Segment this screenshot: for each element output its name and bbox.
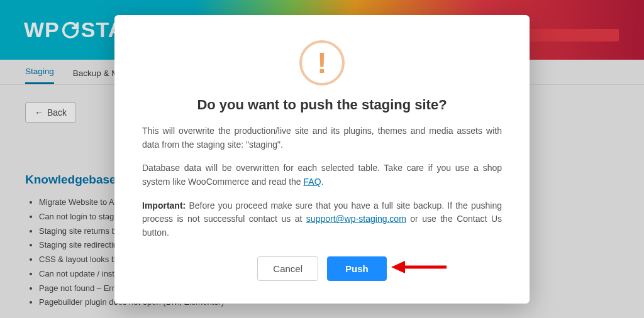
modal-paragraph: This will overwrite the production/live … <box>142 124 502 151</box>
modal-text: . <box>321 177 324 187</box>
modal-paragraph: Important: Before you proceed make sure … <box>142 199 502 240</box>
modal-actions: Cancel Push <box>142 256 502 281</box>
important-label: Important: <box>142 200 186 211</box>
push-button[interactable]: Push <box>327 256 387 281</box>
warning-icon: ! <box>142 40 502 85</box>
modal-title: Do you want to push the staging site? <box>142 97 502 113</box>
svg-marker-1 <box>391 261 405 273</box>
modal-overlay: ! Do you want to push the staging site? … <box>0 0 644 318</box>
confirm-push-modal: ! Do you want to push the staging site? … <box>114 15 530 304</box>
faq-link[interactable]: FAQ <box>304 177 321 187</box>
support-email-link[interactable]: support@wp-staging.com <box>306 214 406 224</box>
annotation-arrow-icon <box>391 259 448 278</box>
modal-body: This will overwrite the production/live … <box>142 124 502 240</box>
modal-paragraph: Database data will be overwritten for ea… <box>142 162 502 189</box>
cancel-button[interactable]: Cancel <box>257 256 318 281</box>
